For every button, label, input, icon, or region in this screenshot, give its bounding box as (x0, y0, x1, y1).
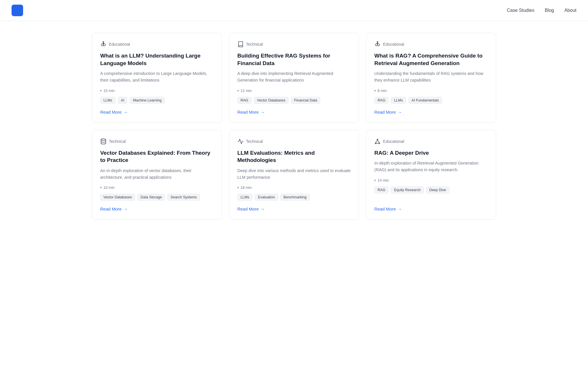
card-tag: AI (118, 97, 128, 104)
card-description: A comprehensive introduction to Large La… (100, 70, 214, 84)
card-4: Technical Vector Databases Explained: Fr… (92, 130, 222, 220)
svg-line-5 (377, 140, 379, 143)
read-more-link[interactable]: Read More → (100, 110, 214, 115)
navbar-links: Case Studies Blog About (507, 8, 576, 13)
card-category-label: Educational (383, 42, 404, 47)
card-title: RAG: A Deeper Drive (374, 149, 488, 157)
svg-point-0 (101, 139, 106, 140)
card-tag: Machine Learning (130, 97, 165, 104)
card-meta: 15 min (100, 88, 214, 93)
database-icon (100, 138, 107, 145)
card-category: Educational (374, 138, 488, 145)
card-tag: Search Systems (167, 194, 200, 201)
read-more-link[interactable]: Read More → (237, 110, 351, 115)
card-category-label: Educational (383, 139, 404, 144)
card-5: Technical LLM Evaluations: Metrics and M… (229, 130, 359, 220)
card-title: Vector Databases Explained: From Theory … (100, 149, 214, 164)
brand-logo (12, 5, 23, 16)
card-tag: RAG (374, 97, 388, 104)
card-1: Educational What is an LLM? Understandin… (92, 33, 222, 123)
card-tag: Vector Databases (254, 97, 289, 104)
card-6: Educational RAG: A Deeper Drive In-depth… (366, 130, 496, 220)
card-meta: 18 min (237, 185, 351, 190)
card-tag: AI Fundamentals (408, 97, 442, 104)
card-meta-dot (237, 187, 239, 188)
svg-line-4 (376, 140, 377, 143)
card-meta: 12 min (237, 88, 351, 93)
navbar: Case Studies Blog About (0, 0, 588, 21)
card-read-time: 14 min (377, 178, 389, 182)
read-more-label: Read More (100, 206, 122, 211)
cards-grid: Educational What is an LLM? Understandin… (92, 33, 496, 220)
read-more-arrow-icon: → (398, 206, 402, 211)
read-more-label: Read More (374, 110, 396, 115)
card-read-time: 15 min (103, 88, 115, 93)
card-tag: RAG (237, 97, 252, 104)
card-tags: Vector DatabasesData StorageSearch Syste… (100, 194, 214, 201)
read-more-link[interactable]: Read More → (374, 110, 488, 115)
read-more-label: Read More (374, 206, 396, 211)
card-meta-dot (374, 90, 376, 91)
read-more-arrow-icon: → (260, 110, 265, 115)
card-tags: LLMsEvaluationBenchmarking (237, 194, 351, 201)
brand (12, 5, 27, 16)
read-more-arrow-icon: → (123, 110, 128, 115)
card-category: Educational (100, 41, 214, 47)
main-content: Educational What is an LLM? Understandin… (0, 21, 588, 231)
read-more-link[interactable]: Read More → (100, 206, 214, 211)
card-tag: Deep Dive (426, 187, 449, 193)
card-tag: Vector Databases (100, 194, 135, 201)
card-tag: LLMs (391, 97, 406, 104)
chart-icon (237, 138, 244, 145)
card-meta: 14 min (374, 178, 488, 182)
card-category: Technical (237, 41, 351, 47)
network-icon (374, 138, 381, 145)
card-title: What is an LLM? Understanding Large Lang… (100, 52, 214, 67)
card-description: A deep dive into implementing Retrieval … (237, 70, 351, 84)
card-category-label: Technical (246, 42, 263, 47)
card-meta: 8 min (374, 88, 488, 93)
read-more-label: Read More (237, 206, 259, 211)
nav-blog[interactable]: Blog (545, 8, 554, 13)
card-category-label: Technical (109, 139, 126, 144)
read-more-label: Read More (237, 110, 259, 115)
read-more-link[interactable]: Read More → (237, 206, 351, 211)
card-tag: Benchmarking (280, 194, 310, 201)
card-description: Understanding the fundamentals of RAG sy… (374, 70, 488, 84)
card-description: In-depth exploration of Retrieval-Augmen… (374, 160, 488, 173)
card-tags: RAGEquity ResearchDeep Dive (374, 187, 488, 193)
card-read-time: 12 min (241, 88, 252, 93)
read-more-arrow-icon: → (123, 206, 128, 211)
card-tags: RAGLLMsAI Fundamentals (374, 97, 488, 104)
card-title: LLM Evaluations: Metrics and Methodologi… (237, 149, 351, 164)
card-tag: RAG (374, 187, 388, 193)
card-category: Technical (237, 138, 351, 145)
card-tag: Equity Research (391, 187, 424, 193)
book-icon (237, 41, 244, 47)
card-tag: Evaluation (255, 194, 278, 201)
nav-about[interactable]: About (564, 8, 576, 13)
card-tag: Data Storage (137, 194, 165, 201)
card-meta-dot (100, 187, 102, 188)
card-category-label: Educational (109, 42, 130, 47)
card-title: What is RAG? A Comprehensive Guide to Re… (374, 52, 488, 67)
card-tag: LLMs (100, 97, 116, 104)
card-meta: 10 min (100, 185, 214, 190)
card-read-time: 18 min (241, 185, 252, 190)
nav-case-studies[interactable]: Case Studies (507, 8, 534, 13)
brain-icon (374, 41, 381, 47)
card-tag: LLMs (237, 194, 253, 201)
card-tag: Financial Data (291, 97, 320, 104)
card-meta-dot (237, 90, 239, 91)
read-more-link[interactable]: Read More → (374, 206, 488, 211)
card-category-label: Technical (246, 139, 263, 144)
card-meta-dot (100, 90, 102, 91)
card-title: Building Effective RAG Systems for Finan… (237, 52, 351, 67)
card-category: Technical (100, 138, 214, 145)
card-3: Educational What is RAG? A Comprehensive… (366, 33, 496, 123)
read-more-label: Read More (100, 110, 122, 115)
brain-icon (100, 41, 107, 47)
read-more-arrow-icon: → (398, 110, 402, 115)
card-meta-dot (374, 180, 376, 181)
card-description: Deep dive into various methods and metri… (237, 167, 351, 181)
